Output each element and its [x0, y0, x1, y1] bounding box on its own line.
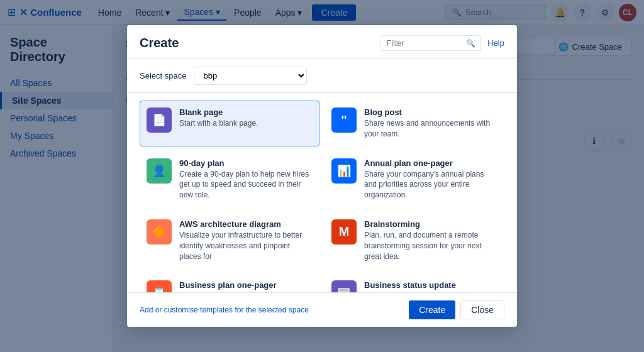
blog-post-desc: Share news and announcements with your t… — [364, 118, 497, 140]
template-grid: 📄 Blank page Start with a blank page. " … — [140, 101, 504, 292]
space-select[interactable]: bbp — [194, 67, 307, 85]
template-blank-page[interactable]: 📄 Blank page Start with a blank page. — [140, 101, 319, 146]
annual-plan-name: Annual plan one-pager — [364, 158, 497, 168]
business-status-icon: 📰 — [331, 280, 357, 292]
brainstorming-icon: M — [331, 219, 357, 245]
blog-post-name: Blog post — [364, 107, 497, 117]
modal-filter-icon: 🔍 — [466, 39, 475, 48]
template-brainstorming[interactable]: M Brainstorming Plan, run, and document … — [325, 212, 504, 268]
brainstorming-desc: Plan, run, and document a remote brainst… — [364, 230, 497, 261]
modal-body: 📄 Blank page Start with a blank page. " … — [127, 93, 517, 292]
modal-filter-box[interactable]: 🔍 — [380, 35, 481, 51]
template-business-plan[interactable]: 📋 Business plan one-pager Set your compa… — [140, 273, 319, 292]
create-modal: Create 🔍 Help Select space bbp 📄 — [127, 25, 517, 327]
template-blog-post[interactable]: " Blog post Share news and announcements… — [325, 101, 504, 146]
business-status-name: Business status update — [364, 280, 497, 290]
business-plan-name: Business plan one-pager — [179, 280, 313, 290]
template-annual-plan[interactable]: 📊 Annual plan one-pager Share your compa… — [325, 151, 504, 207]
business-plan-icon: 📋 — [147, 280, 172, 292]
90-day-desc: Create a 90-day plan to help new hires g… — [179, 169, 313, 201]
90-day-name: 90-day plan — [179, 158, 313, 168]
space-selector-label: Select space — [140, 71, 186, 80]
modal-overlay: Create 🔍 Help Select space bbp 📄 — [0, 0, 644, 352]
modal-header: Create 🔍 Help — [127, 25, 517, 59]
modal-footer: Add or customise templates for the selec… — [127, 292, 517, 327]
footer-actions: Create Close — [409, 300, 504, 319]
90-day-icon: 👤 — [147, 158, 172, 184]
template-business-status[interactable]: 📰 Business status update Provide regular… — [325, 273, 504, 292]
modal-close-button[interactable]: Close — [460, 300, 504, 319]
template-aws[interactable]: 🔶 AWS architecture diagram Visualize you… — [140, 212, 319, 268]
help-link[interactable]: Help — [487, 38, 504, 48]
annual-plan-desc: Share your company's annual plans and pr… — [364, 169, 497, 201]
annual-plan-icon: 📊 — [331, 158, 357, 184]
customise-templates-link[interactable]: Add or customise templates for the selec… — [140, 305, 309, 314]
modal-space-selector: Select space bbp — [127, 59, 517, 93]
aws-desc: Visualize your infrastructure to better … — [179, 230, 313, 261]
blog-post-icon: " — [331, 107, 357, 133]
blank-page-icon: 📄 — [147, 107, 172, 133]
blank-page-name: Blank page — [179, 107, 258, 117]
modal-title: Create — [140, 36, 179, 50]
template-90-day[interactable]: 👤 90-day plan Create a 90-day plan to he… — [140, 151, 319, 207]
blank-page-desc: Start with a blank page. — [179, 118, 258, 129]
modal-filter-input[interactable] — [386, 38, 462, 48]
modal-filter-area: 🔍 Help — [380, 35, 504, 51]
aws-icon: 🔶 — [147, 219, 172, 245]
aws-name: AWS architecture diagram — [179, 219, 313, 229]
modal-create-button[interactable]: Create — [409, 300, 455, 319]
brainstorming-name: Brainstorming — [364, 219, 497, 229]
